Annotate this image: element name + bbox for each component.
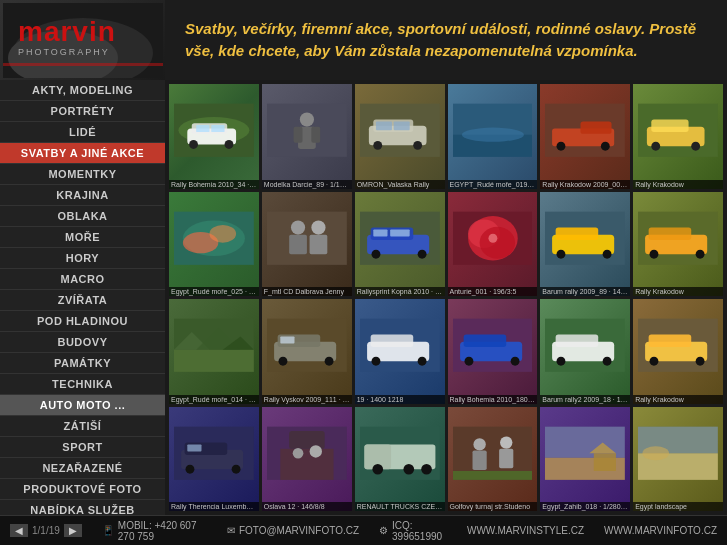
- sidebar-item-krajina[interactable]: KRAJINA: [0, 185, 165, 206]
- photo-caption-1: Rally Bohemia 2010_34 · 1400/96: [169, 180, 259, 189]
- svg-point-115: [372, 463, 383, 474]
- photo-caption-19: Rally Therencia Luxembhary: [169, 502, 259, 511]
- svg-point-100: [696, 357, 705, 366]
- svg-point-51: [371, 249, 380, 258]
- sidebar-item-nezarazene[interactable]: NEZAŘAZENÉ: [0, 458, 165, 479]
- photo-caption-4: EGYPT_Rudé moře_019 · 1/98/96: [448, 180, 538, 189]
- svg-rect-93: [556, 335, 599, 347]
- photo-cell-4[interactable]: EGYPT_Rudé moře_019 · 1/98/96: [448, 84, 538, 189]
- svg-rect-53: [373, 229, 387, 236]
- photo-cell-23[interactable]: Egypt_Zahib_018 · 1/280/7:1: [540, 407, 630, 512]
- svg-rect-83: [370, 335, 413, 347]
- middle-section: AKTY, MODELING PORTRÉTY LIDÉ SVATBY A JI…: [0, 80, 727, 515]
- icq-text: ICQ: 399651990: [392, 520, 447, 542]
- svg-rect-98: [649, 335, 692, 347]
- sidebar-item-zatisi[interactable]: ZÁTIŠÍ: [0, 416, 165, 437]
- email-icon: ✉: [227, 525, 235, 536]
- photo-cell-19[interactable]: Rally Therencia Luxembhary: [169, 407, 259, 512]
- svg-point-63: [557, 249, 566, 258]
- svg-point-59: [488, 233, 497, 242]
- photo-cell-22[interactable]: Golfovy turnaj str.Studeno: [448, 407, 538, 512]
- photo-cell-5[interactable]: Rally Krakodow 2009_009 · 1289/03-6: [540, 84, 630, 189]
- sidebar-item-auto-moto[interactable]: AUTO MOTO ...: [0, 395, 165, 416]
- photo-cell-1[interactable]: Rally Bohemia 2010_34 · 1400/96: [169, 84, 259, 189]
- svg-rect-123: [453, 470, 533, 479]
- main-layout: marvin PHOTOGRAPHY Svatby, večírky, fire…: [0, 0, 727, 545]
- sidebar-item-pod-hladinou[interactable]: POD HLADINOU: [0, 311, 165, 332]
- sidebar-item-akty-modeling[interactable]: AKTY, MODELING: [0, 80, 165, 101]
- content-area: Rally Bohemia 2010_34 · 1400/96 Modelka …: [165, 80, 727, 515]
- icq-info: ⚙ ICQ: 399651990: [379, 520, 447, 542]
- sidebar-item-oblaka[interactable]: OBLAKA: [0, 206, 165, 227]
- photo-caption-10: Anturie_001 · 196/3:5: [448, 287, 538, 296]
- site2-info[interactable]: WWW.MARVINFOTO.CZ: [604, 525, 717, 536]
- sidebar-item-svatby[interactable]: SVATBY A JINÉ AKCE: [0, 143, 165, 164]
- svg-point-10: [189, 140, 198, 149]
- svg-point-64: [603, 249, 612, 258]
- sidebar-item-pamatky[interactable]: PAMÁTKY: [0, 353, 165, 374]
- photo-cell-14[interactable]: Rally Vyskov 2009_111 · 1800/4:5: [262, 299, 352, 404]
- svg-point-28: [461, 128, 523, 142]
- svg-rect-12: [196, 125, 209, 132]
- photo-cell-21[interactable]: RENAULT TRUCKS CZECH: [355, 407, 445, 512]
- svg-point-99: [650, 357, 659, 366]
- svg-point-11: [225, 140, 234, 149]
- photo-cell-8[interactable]: F_mtl CD Dalbrava Jenny: [262, 192, 352, 297]
- tagline: Svatby, večírky, firemní akce, sportovní…: [185, 18, 707, 63]
- sidebar-item-portrety[interactable]: PORTRÉTY: [0, 101, 165, 122]
- photo-caption-17: Barum rally2 2009_18 · 1300 13:5: [540, 395, 630, 404]
- sidebar-item-hory[interactable]: HORY: [0, 248, 165, 269]
- svg-rect-106: [187, 444, 201, 451]
- svg-rect-18: [311, 127, 320, 143]
- photo-cell-17[interactable]: Barum rally2 2009_18 · 1300 13:5: [540, 299, 630, 404]
- site1-info[interactable]: WWW.MARVINSTYLE.CZ: [467, 525, 584, 536]
- photo-cell-15[interactable]: 19 · 1400 1218: [355, 299, 445, 404]
- sidebar-item-budovy[interactable]: BUDOVY: [0, 332, 165, 353]
- sidebar-item-produktove-foto[interactable]: PRODUKTOVÉ FOTO: [0, 479, 165, 500]
- photo-caption-8: F_mtl CD Dalbrava Jenny: [262, 287, 352, 296]
- svg-point-117: [421, 463, 432, 474]
- photo-caption-5: Rally Krakodow 2009_009 · 1289/03-6: [540, 180, 630, 189]
- photo-cell-18[interactable]: Rally Krakodow: [633, 299, 723, 404]
- sidebar-item-lide[interactable]: LIDÉ: [0, 122, 165, 143]
- svg-rect-36: [651, 120, 688, 132]
- svg-text:marvin: marvin: [18, 16, 116, 47]
- svg-point-52: [417, 249, 426, 258]
- sidebar-item-nabidka-sluzeb[interactable]: NABÍDKA SLUŽEB: [0, 500, 165, 515]
- svg-rect-120: [472, 450, 486, 470]
- sidebar-item-macro[interactable]: MACRO: [0, 269, 165, 290]
- svg-point-33: [601, 142, 610, 151]
- photo-cell-24[interactable]: Egypt landscape: [633, 407, 723, 512]
- photo-cell-3[interactable]: OMRON_Valaska Rally: [355, 84, 445, 189]
- photo-caption-11: Barum rally 2009_89 · 1400/7:1: [540, 287, 630, 296]
- email-info: ✉ FOTO@MARVINFOTO.CZ: [227, 525, 359, 536]
- photo-caption-14: Rally Vyskov 2009_111 · 1800/4:5: [262, 395, 352, 404]
- photo-caption-3: OMRON_Valaska Rally: [355, 180, 445, 189]
- next-page-button[interactable]: ▶: [64, 524, 82, 537]
- photo-cell-6[interactable]: Rally Krakodow: [633, 84, 723, 189]
- photo-cell-16[interactable]: Rally Bohemia 2010_180 · 1/00/9:3: [448, 299, 538, 404]
- photo-caption-21: RENAULT TRUCKS CZECH: [355, 502, 445, 511]
- svg-point-111: [309, 445, 321, 457]
- photo-cell-12[interactable]: Rally Krakodow: [633, 192, 723, 297]
- photo-cell-7[interactable]: Egypt_Rudé moře_025 · 1196/75:3: [169, 192, 259, 297]
- svg-text:PHOTOGRAPHY: PHOTOGRAPHY: [18, 47, 110, 57]
- sidebar-item-technika[interactable]: TECHNIKA: [0, 374, 165, 395]
- photo-cell-20[interactable]: Oslava 12 · 146/8/8: [262, 407, 352, 512]
- photo-cell-10[interactable]: Anturie_001 · 196/3:5: [448, 192, 538, 297]
- svg-point-105: [232, 464, 241, 473]
- sidebar-item-zvirata[interactable]: ZVÍŘATA: [0, 290, 165, 311]
- photo-cell-13[interactable]: Egypt_Rudé moře_014 · 1/2670:3: [169, 299, 259, 404]
- logo-area: marvin PHOTOGRAPHY: [0, 0, 165, 80]
- photo-cell-2[interactable]: Modelka Darcie_89 · 1/1251h:h: [262, 84, 352, 189]
- mobil-text: MOBIL: +420 607 270 759: [118, 520, 207, 542]
- photo-cell-9[interactable]: Rallysprint Kopná 2010 · 1460/8cz: [355, 192, 445, 297]
- photo-caption-7: Egypt_Rudé moře_025 · 1196/75:3: [169, 287, 259, 296]
- prev-page-button[interactable]: ◀: [10, 524, 28, 537]
- svg-rect-62: [556, 227, 599, 239]
- sidebar-item-momentky[interactable]: MOMENTKY: [0, 164, 165, 185]
- sidebar-item-sport[interactable]: SPORT: [0, 437, 165, 458]
- photo-cell-11[interactable]: Barum rally 2009_89 · 1400/7:1: [540, 192, 630, 297]
- photo-caption-15: 19 · 1400 1218: [355, 395, 445, 404]
- sidebar-item-more[interactable]: MOŘE: [0, 227, 165, 248]
